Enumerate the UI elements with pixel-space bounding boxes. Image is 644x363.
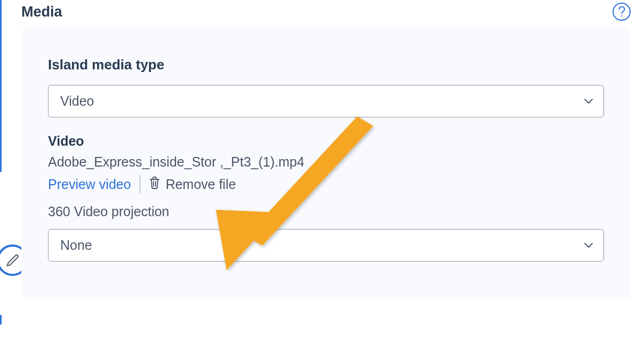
video-group: Video Adobe_Express_inside_Stor ,_Pt3_(1… <box>48 133 604 262</box>
video-actions: Preview video Remove file <box>48 175 604 193</box>
remove-file-label: Remove file <box>166 177 236 192</box>
svg-point-0 <box>621 15 622 17</box>
media-type-group: Island media type Video <box>48 57 604 117</box>
question-icon <box>618 6 626 18</box>
trash-icon <box>149 176 160 193</box>
preview-video-link[interactable]: Preview video <box>48 177 131 192</box>
media-type-select[interactable]: Video <box>48 85 604 117</box>
section-title: Media <box>21 4 62 20</box>
projection-value: None <box>60 238 92 253</box>
action-divider <box>140 175 140 193</box>
video-filename: Adobe_Express_inside_Stor ,_Pt3_(1).mp4 <box>48 154 604 170</box>
media-card: Island media type Video Video Adobe_Expr… <box>21 27 631 299</box>
section-header: Media <box>21 0 631 27</box>
projection-label: 360 Video projection <box>48 204 604 219</box>
active-line-bottom <box>0 315 2 325</box>
media-type-value: Video <box>60 93 94 109</box>
media-type-label: Island media type <box>48 57 604 73</box>
help-button[interactable] <box>613 3 631 21</box>
projection-select[interactable]: None <box>48 229 604 262</box>
video-label: Video <box>48 133 604 149</box>
remove-file-button[interactable]: Remove file <box>149 176 236 193</box>
